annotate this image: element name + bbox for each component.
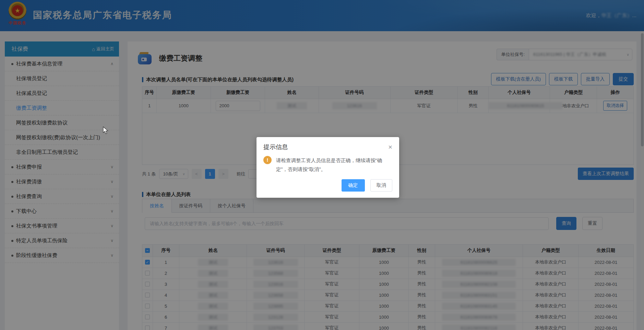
alert-dialog: 提示信息 × ! 请检查调整工资人员信息是否正确，继续请按“确定”，否则请按“取…: [257, 137, 399, 198]
dialog-message: 请检查调整工资人员信息是否正确，继续请按“确定”，否则请按“取消”。: [276, 156, 389, 174]
close-icon[interactable]: ×: [388, 144, 392, 150]
warning-icon: !: [263, 156, 272, 164]
dialog-body: ! 请检查调整工资人员信息是否正确，继续请按“确定”，否则请按“取消”。: [257, 153, 399, 175]
dialog-header: 提示信息 ×: [257, 137, 399, 153]
cancel-button[interactable]: 取消: [370, 179, 392, 192]
confirm-button[interactable]: 确定: [342, 179, 365, 192]
dialog-footer: 确定 取消: [257, 175, 399, 198]
dialog-title: 提示信息: [263, 143, 288, 151]
